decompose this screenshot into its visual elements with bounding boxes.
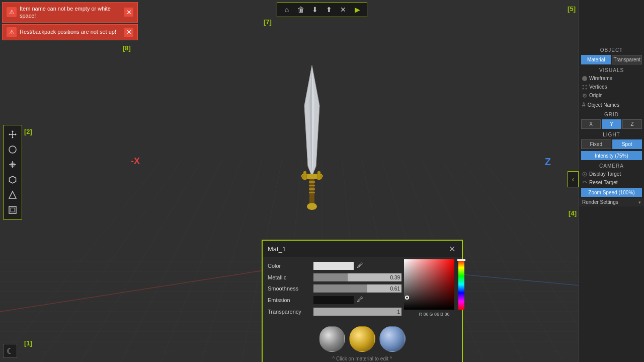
close-button[interactable]: ✕ (337, 4, 350, 15)
error-text-2: Rest/backpack positions are not set up! (20, 28, 121, 35)
emission-row: Emission 🖉 (268, 296, 401, 305)
metallic-slider[interactable]: 0.39 (313, 273, 401, 281)
vertices-icon (582, 85, 587, 90)
transparency-value: 1 (397, 309, 400, 315)
origin-row[interactable]: Origin (579, 91, 644, 100)
hex-tool-button[interactable] (6, 173, 20, 187)
vertices-label: Vertices (589, 84, 607, 90)
hash-icon: # (582, 101, 586, 108)
camera-section-title: CAMERA (579, 161, 644, 170)
emission-eyedropper-icon[interactable]: 🖉 (357, 296, 366, 305)
smoothness-label: Smoothness (268, 285, 310, 292)
intensity-bar[interactable]: Intensity (75%) (581, 151, 642, 160)
reset-target-row[interactable]: Reset Target (579, 178, 644, 187)
wireframe-dot (582, 76, 587, 81)
smoothness-row: Smoothness 0.61 (268, 284, 401, 293)
svg-point-74 (584, 95, 585, 96)
rgb-b: B 86 (440, 312, 450, 317)
color-row: Color 🖉 (268, 261, 401, 270)
metallic-value: 0.39 (390, 275, 400, 280)
bracket-1: [1] (24, 339, 32, 347)
svg-marker-48 (15, 133, 17, 135)
svg-rect-39 (309, 192, 315, 193)
collapse-panel-button[interactable]: ‹ (568, 171, 579, 187)
grid-section-title: GRID (579, 110, 644, 118)
color-swatch[interactable] (313, 262, 354, 270)
color-label: Color (268, 263, 310, 269)
material-dialog: Mat_1 ✕ Color 🖉 Metallic 0.39 Smoothness (262, 240, 463, 362)
svg-point-49 (9, 146, 16, 153)
material-transparent-row: Material Transparent (579, 54, 644, 65)
axis-z-label: Z (545, 156, 551, 168)
home-button[interactable]: ⌂ (280, 4, 293, 15)
error-area: ⚠ Item name can not be empty or white sp… (2, 2, 138, 42)
wireframe-row[interactable]: Wireframe (579, 74, 644, 83)
error-text-1: Item name can not be empty or white spac… (20, 5, 121, 20)
bracket-8: [8] (123, 44, 131, 52)
spot-button[interactable]: Spot (612, 139, 642, 149)
object-names-row[interactable]: # Object Names (579, 100, 644, 110)
triangle-tool-button[interactable] (6, 188, 20, 202)
fixed-button[interactable]: Fixed (581, 139, 611, 149)
transparency-slider[interactable]: 1 (313, 308, 401, 316)
smoothness-value: 0.61 (390, 286, 400, 292)
material-click-hint: ^ Click on material to edit ^ (263, 355, 462, 362)
trash-button[interactable]: 🗑 (294, 4, 307, 15)
svg-rect-38 (309, 188, 315, 190)
material-ball-gold[interactable] (349, 326, 375, 352)
emission-swatch[interactable] (313, 296, 354, 304)
color-picker: R 86 G 86 B 86 (407, 257, 462, 323)
x-axis-button[interactable]: X (581, 119, 601, 129)
error-close-1[interactable]: ✕ (124, 8, 133, 17)
svg-marker-47 (9, 133, 10, 135)
upload-button[interactable]: ⬆ (323, 4, 336, 15)
right-panel: OBJECT Material Transparent VISUALS Wire… (579, 0, 644, 362)
moon-icon: ☾ (7, 346, 14, 356)
transform-tool-button[interactable] (6, 158, 20, 172)
wireframe-label: Wireframe (589, 76, 612, 81)
svg-marker-53 (10, 176, 16, 183)
hue-bar[interactable] (458, 259, 464, 310)
error-icon-2: ⚠ (7, 27, 17, 37)
svg-point-71 (583, 88, 584, 89)
move-tool-button[interactable] (6, 127, 20, 141)
download-button[interactable]: ⬇ (308, 4, 321, 15)
vertices-row[interactable]: Vertices (579, 83, 644, 91)
zoom-speed-bar[interactable]: Zoom Speed (100%) (581, 188, 642, 197)
display-target-icon (582, 172, 587, 177)
z-axis-button[interactable]: Z (622, 119, 642, 129)
transparent-button[interactable]: Transparent (612, 55, 642, 64)
rgb-g: G 86 (429, 312, 439, 317)
object-names-label: Object Names (588, 102, 619, 108)
transparency-row: Transparency 1 (268, 308, 401, 316)
bracket-7: [7] (264, 18, 272, 26)
display-target-row[interactable]: Display Target (579, 170, 644, 178)
material-ball-gray[interactable] (319, 326, 345, 352)
eyedropper-icon[interactable]: 🖉 (357, 261, 366, 270)
material-ball-blue[interactable] (379, 326, 406, 352)
error-close-2[interactable]: ✕ (124, 28, 133, 37)
moon-button[interactable]: ☾ (3, 344, 17, 358)
color-gradient[interactable] (404, 259, 454, 310)
svg-marker-45 (12, 130, 14, 132)
svg-rect-55 (9, 206, 16, 213)
material-properties: Color 🖉 Metallic 0.39 Smoothness 0.61 (263, 257, 407, 323)
smoothness-slider[interactable]: 0.61 (313, 284, 401, 293)
visuals-section-title: VISUALS (579, 65, 644, 74)
play-button[interactable]: ▶ (351, 4, 364, 15)
emission-label: Emission (268, 297, 310, 303)
origin-label: Origin (589, 93, 603, 98)
frame-tool-button[interactable] (6, 203, 20, 217)
svg-point-40 (307, 203, 317, 210)
bracket-5: [5] (568, 5, 576, 13)
render-settings-row[interactable]: Render Settings ▾ (579, 198, 644, 206)
bracket-4: [4] (569, 209, 577, 217)
material-button[interactable]: Material (581, 55, 611, 64)
material-close-button[interactable]: ✕ (447, 244, 457, 254)
y-axis-button[interactable]: Y (602, 119, 621, 129)
material-body: Color 🖉 Metallic 0.39 Smoothness 0.61 (263, 257, 462, 323)
svg-marker-77 (586, 182, 587, 183)
chevron-left-icon: ‹ (572, 175, 575, 183)
circle-tool-button[interactable] (6, 142, 20, 157)
xyz-row: X Y Z (579, 118, 644, 130)
